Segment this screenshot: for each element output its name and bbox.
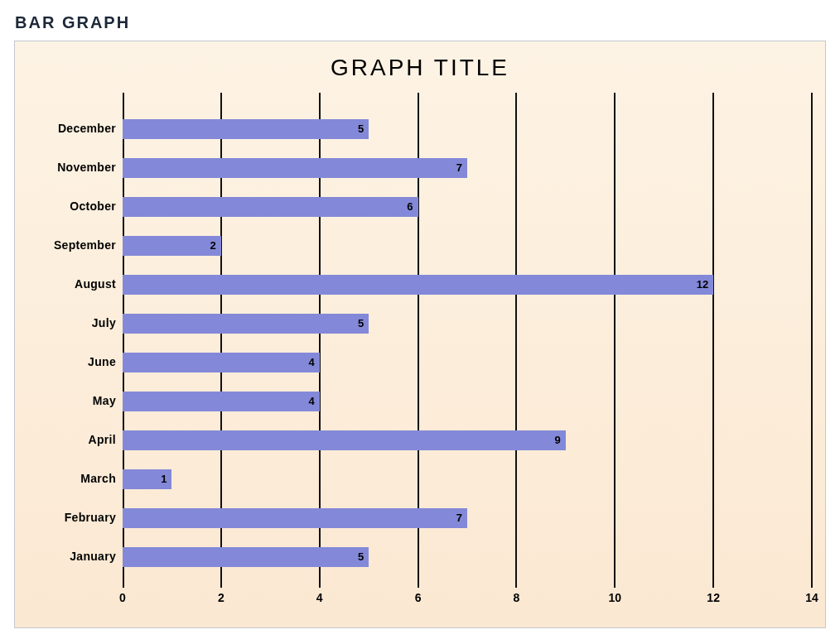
y-axis-label: August	[30, 277, 116, 291]
x-axis-tick-label: 2	[218, 591, 224, 604]
y-axis-label: April	[30, 433, 116, 446]
y-axis-label: June	[30, 355, 116, 368]
bar-value-label: 7	[123, 508, 466, 528]
x-axis-tick-label: 12	[707, 591, 720, 604]
y-axis-label: September	[30, 238, 116, 252]
y-axis-label: November	[30, 161, 116, 174]
y-axis-label: October	[30, 199, 116, 213]
x-axis-tick-label: 8	[514, 591, 520, 604]
bars-container: 5762125449175	[123, 93, 810, 588]
bar-value-label: 2	[123, 236, 220, 256]
x-axis-tick-label: 0	[119, 591, 126, 604]
y-axis-label: January	[30, 550, 116, 563]
chart-title: GRAPH TITLE	[15, 41, 825, 86]
bar-value-label: 5	[123, 547, 367, 567]
y-axis-label: July	[30, 316, 116, 329]
y-axis: DecemberNovemberOctoberSeptemberAugustJu…	[30, 93, 123, 588]
y-axis-label: March	[30, 472, 116, 485]
y-axis-label: December	[30, 122, 116, 135]
plot: 5762125449175	[123, 93, 810, 588]
x-axis-tick-label: 4	[316, 591, 323, 604]
page-heading: BAR GRAPH	[15, 13, 825, 32]
y-axis-label: February	[30, 511, 116, 524]
bar-value-label: 4	[123, 392, 318, 411]
bar-value-label: 5	[123, 119, 367, 139]
bar-value-label: 5	[123, 314, 367, 334]
bar-value-label: 12	[123, 275, 712, 295]
chart-card: GRAPH TITLE DecemberNovemberOctoberSepte…	[14, 41, 826, 628]
x-axis-tick-label: 10	[608, 591, 621, 604]
bar-value-label: 7	[123, 158, 466, 178]
bar-value-label: 4	[123, 353, 318, 372]
grid-line	[811, 93, 813, 588]
x-axis: 02468101214	[123, 591, 810, 616]
y-axis-label: May	[30, 394, 116, 407]
x-axis-tick-label: 6	[415, 591, 422, 604]
plot-area: DecemberNovemberOctoberSeptemberAugustJu…	[30, 93, 810, 588]
x-axis-tick-label: 14	[805, 591, 818, 604]
bar-value-label: 1	[123, 469, 170, 489]
bar-value-label: 9	[123, 430, 564, 450]
bar-value-label: 6	[123, 197, 417, 217]
